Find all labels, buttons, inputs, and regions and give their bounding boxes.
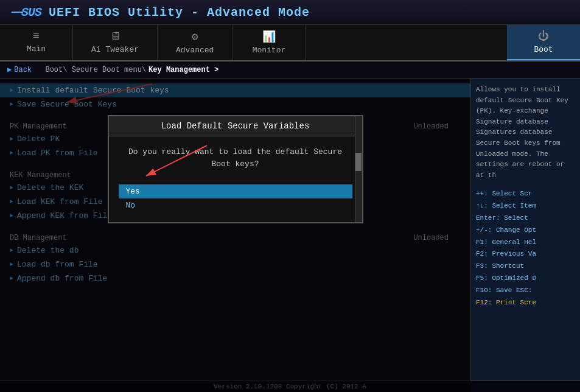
dialog-no-option[interactable]: No: [119, 198, 352, 212]
key-hint-f10: F10: Save ESC:: [476, 285, 575, 297]
key-hint-f5: F5: Optimized D: [476, 273, 575, 285]
tab-main[interactable]: ≡ Main: [0, 25, 73, 60]
asus-logo: ⸻SUS: [10, 5, 41, 19]
tab-monitor[interactable]: 📊 Monitor: [232, 25, 306, 60]
nav-tabs: ≡ Main 🖥 Ai Tweaker ⚙ Advanced 📊 Monitor…: [0, 25, 580, 61]
breadcrumb-path: Boot\ Secure Boot menu\: [45, 66, 146, 74]
tab-boot-label: Boot: [534, 45, 553, 54]
key-hint-f1: F1: General Hel: [476, 237, 575, 249]
dialog-title: Load Default Secure Variables: [109, 116, 362, 136]
key-hints: ++: Select Scr ↑↓: Select Item Enter: Se…: [476, 188, 575, 309]
key-hint-select-item: ↑↓: Select Item: [476, 200, 575, 212]
advanced-icon: ⚙: [192, 30, 198, 43]
tab-main-label: Main: [27, 44, 46, 54]
dialog-box: Load Default Secure Variables Do you rea…: [108, 115, 363, 223]
breadcrumb-separator: [34, 66, 43, 74]
main-layout: ► Install default Secure Boot keys ► Sav…: [0, 79, 580, 392]
key-hint-change-opt: +/-: Change Opt: [476, 225, 575, 237]
dialog-scrollbar-thumb: [355, 153, 362, 171]
tab-ai-tweaker-label: Ai Tweaker: [91, 45, 139, 54]
help-text: Allows you to install default Secure Boo…: [476, 85, 575, 181]
tab-monitor-label: Monitor: [253, 46, 286, 55]
dialog-options: Yes No: [109, 180, 362, 222]
back-label[interactable]: Back: [14, 66, 32, 74]
key-hint-f12: F12: Print Scre: [476, 297, 575, 309]
breadcrumb-current: Key Management >: [148, 66, 218, 74]
tab-ai-tweaker[interactable]: 🖥 Ai Tweaker: [73, 25, 158, 60]
back-button[interactable]: ▶: [7, 65, 12, 74]
dialog-scrollbar[interactable]: [355, 116, 362, 222]
breadcrumb: ▶ Back Boot\ Secure Boot menu\ Key Manag…: [0, 61, 580, 79]
tab-boot[interactable]: ⏻ Boot: [507, 25, 580, 60]
dialog-overlay: Load Default Secure Variables Do you rea…: [0, 79, 470, 392]
ai-tweaker-icon: 🖥: [110, 30, 121, 43]
key-hint-f3: F3: Shortcut: [476, 261, 575, 273]
key-hint-select-screen: ++: Select Scr: [476, 188, 575, 200]
left-content: ► Install default Secure Boot keys ► Sav…: [0, 79, 470, 392]
key-hint-enter: Enter: Select: [476, 212, 575, 225]
monitor-icon: 📊: [262, 30, 276, 43]
right-sidebar: Allows you to install default Secure Boo…: [470, 79, 580, 392]
tab-advanced[interactable]: ⚙ Advanced: [158, 25, 232, 60]
main-icon: ≡: [33, 30, 40, 42]
dialog-yes-option[interactable]: Yes: [119, 184, 352, 198]
key-hint-f2: F2: Previous Va: [476, 248, 575, 261]
boot-icon: ⏻: [538, 30, 549, 43]
bios-title: UEFI BIOS Utility - Advanced Mode: [49, 5, 310, 19]
bios-header: ⸻SUS UEFI BIOS Utility - Advanced Mode: [0, 0, 580, 25]
dialog-body: Do you really want to load the default S…: [109, 136, 362, 180]
tab-advanced-label: Advanced: [176, 46, 214, 55]
